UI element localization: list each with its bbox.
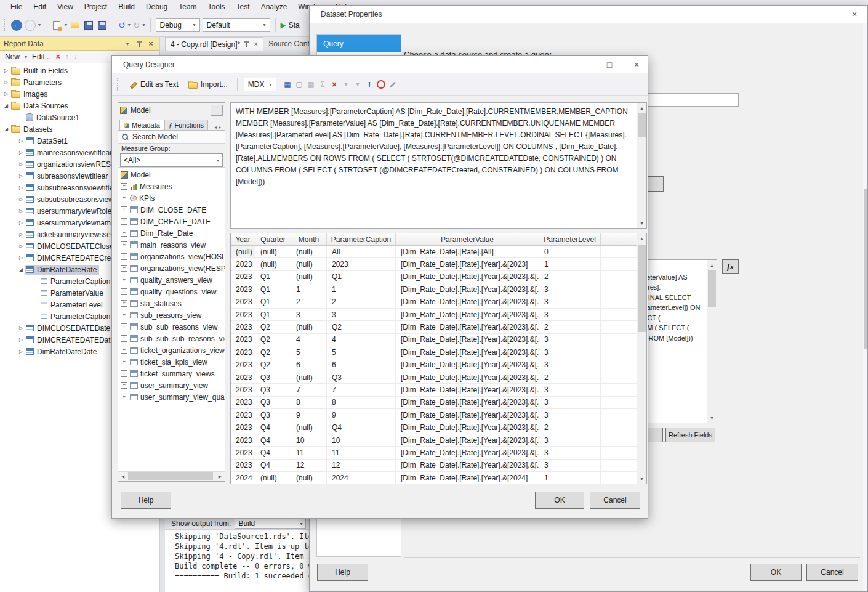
grid-cell[interactable]: 3 (539, 409, 601, 421)
grid-cell[interactable]: (null) (291, 246, 327, 257)
grid-cell[interactable]: 5 (291, 346, 327, 358)
cancel-button[interactable]: Cancel (806, 564, 858, 581)
table-row[interactable]: 2023Q122[Dim_Rate_Date].[Rate].[Year].&[… (231, 296, 646, 309)
grid-cell[interactable]: Q3 (327, 371, 396, 383)
metadata-tree-item[interactable]: +main_reasons_view (118, 239, 225, 251)
grid-cell[interactable]: 2023 (231, 346, 255, 358)
grid-cell[interactable]: 10 (291, 434, 327, 446)
scroll-thumb[interactable] (638, 113, 646, 137)
grid-cell[interactable]: 3 (539, 309, 601, 320)
grid-cell[interactable]: [Dim_Rate_Date].[Rate].[Year].&[2023].&[… (396, 321, 539, 333)
grid-cell[interactable]: [Dim_Rate_Date].[Rate].[Year].&[2023].&[… (396, 447, 539, 458)
toolbar-grip[interactable] (4, 19, 6, 31)
expand-icon[interactable]: + (121, 288, 127, 295)
expander-icon[interactable]: ▷ (17, 185, 25, 190)
grid-cell[interactable]: 2023 (327, 258, 396, 270)
ok-button[interactable]: OK (535, 492, 584, 509)
grid-cell[interactable]: 2024 (327, 472, 396, 484)
grid-cell[interactable]: 6 (327, 359, 396, 371)
expander-icon[interactable]: ▷ (17, 150, 25, 155)
table-row[interactable]: 2023Q1(null)Q1[Dim_Rate_Date].[Rate].[Ye… (231, 271, 646, 283)
scroll-thumb[interactable] (638, 245, 646, 332)
column-header[interactable]: Year (231, 233, 255, 245)
table-row[interactable]: 2023Q377[Dim_Rate_Date].[Rate].[Year].&[… (231, 384, 646, 396)
grid-cell[interactable]: 2 (291, 296, 327, 308)
grid-cell[interactable]: 2023 (231, 447, 255, 458)
grid-cell[interactable]: (null) (291, 271, 327, 283)
table-row[interactable]: 2023Q388[Dim_Rate_Date].[Rate].[Year].&[… (231, 397, 646, 409)
grid-cell[interactable]: 3 (291, 309, 327, 320)
chevron-down-icon[interactable]: ▾ (143, 22, 145, 28)
maximize-icon[interactable]: □ (600, 56, 619, 73)
metadata-tree-item[interactable]: +user_summary_view (118, 379, 225, 391)
grid-cell[interactable]: 3 (539, 283, 601, 295)
grid-cell[interactable]: 3 (539, 346, 601, 358)
column-header[interactable]: Month (291, 233, 327, 245)
expand-icon[interactable]: + (121, 241, 127, 248)
grid-cell[interactable]: [Dim_Rate_Date].[Rate].[Year].&[2023].&[… (396, 421, 539, 433)
expand-icon[interactable]: + (121, 323, 127, 330)
expander-icon[interactable]: ▷ (17, 232, 25, 237)
cancel-button[interactable]: Cancel (590, 492, 640, 509)
expander-icon[interactable]: ▷ (2, 79, 10, 85)
grid-cell[interactable]: 7 (291, 384, 327, 395)
menu-tools[interactable]: Tools (203, 1, 231, 13)
back-icon[interactable]: ← (11, 20, 22, 31)
table-row[interactable]: 2023Q3(null)Q3[Dim_Rate_Date].[Rate].[Ye… (231, 371, 646, 384)
grid-cell[interactable]: 12 (291, 460, 327, 471)
menu-edit[interactable]: Edit (28, 1, 52, 13)
query-language-dropdown[interactable]: MDX ▾ (244, 78, 276, 91)
start-label[interactable]: Sta (289, 21, 300, 30)
show-aggregations-icon[interactable] (318, 79, 328, 90)
grid-cell[interactable]: 9 (291, 409, 327, 421)
grid-cell[interactable]: 3 (539, 384, 601, 395)
grid-cell[interactable]: 0 (539, 246, 601, 257)
expander-icon[interactable]: ▷ (17, 138, 25, 144)
grid-cell[interactable]: 2023 (231, 296, 255, 308)
edit-button[interactable]: Edit... (32, 52, 51, 61)
scroll-thumb[interactable] (864, 189, 867, 349)
column-header[interactable]: Quarter (255, 233, 291, 245)
chevron-down-icon[interactable]: ▾ (65, 22, 67, 28)
expander-icon[interactable]: ▷ (17, 220, 25, 225)
table-row[interactable]: 2024(null)(null)2024[Dim_Rate_Date].[Rat… (231, 472, 646, 484)
grid-cell[interactable]: Q4 (255, 447, 291, 458)
scrollbar[interactable]: ▲ ▼ (637, 233, 646, 484)
expander-icon[interactable]: ▷ (17, 349, 25, 354)
close-icon[interactable]: × (146, 39, 156, 48)
dialog-title-bar[interactable]: Dataset Properties (310, 6, 867, 23)
grid-cell[interactable]: Q1 (327, 271, 396, 283)
expander-icon[interactable]: ▷ (17, 173, 25, 179)
expand-icon[interactable]: + (121, 370, 127, 377)
tab-metadata[interactable]: Metadata (119, 120, 164, 130)
grid-cell[interactable]: [Dim_Rate_Date].[Rate].[Year].&[2023].&[… (396, 460, 539, 471)
metadata-tree-item[interactable]: +ticket_summary_views (118, 368, 225, 379)
grid-cell[interactable]: [Dim_Rate_Date].[Rate].[Year].&[2023].&[… (396, 296, 539, 308)
menu-file[interactable]: File (5, 1, 28, 13)
grid-cell[interactable]: 2023 (231, 271, 255, 283)
table-row[interactable]: 2023Q244[Dim_Rate_Date].[Rate].[Year].&[… (231, 334, 646, 346)
metadata-tree-item[interactable]: +KPIs (118, 192, 225, 204)
metadata-tree-item[interactable]: +quality_answers_view (118, 274, 225, 286)
grid-cell[interactable]: 12 (327, 460, 396, 471)
grid-cell[interactable]: 2023 (231, 359, 255, 371)
close-icon[interactable]: × (627, 56, 646, 73)
grid-cell[interactable]: 5 (327, 346, 396, 358)
grid-cell[interactable]: 1 (539, 258, 601, 270)
edit-as-text-button[interactable]: Edit as Text (126, 78, 182, 91)
chevron-down-icon[interactable]: ▾ (128, 22, 131, 28)
grid-cell[interactable]: [Dim_Rate_Date].[Rate].[Year].&[2023].&[… (396, 397, 539, 408)
add-calculated-member-icon[interactable] (283, 79, 293, 90)
show-empty-cells-icon[interactable] (294, 79, 305, 90)
cancel-query-icon[interactable] (376, 79, 387, 90)
scroll-up-icon[interactable]: ▲ (637, 103, 646, 113)
grid-cell[interactable]: 2023 (231, 421, 255, 433)
import-query-button[interactable]: Import... (185, 78, 231, 91)
grid-cell[interactable]: 11 (327, 447, 396, 458)
grid-cell[interactable]: Q2 (255, 359, 291, 371)
metadata-tree-item[interactable]: +Dim_Rate_Date (118, 227, 225, 239)
expander-icon[interactable]: ▷ (17, 197, 25, 202)
report-data-header[interactable]: Report Data ▾ × (0, 37, 159, 51)
save-all-icon[interactable] (97, 20, 108, 31)
help-button[interactable]: Help (121, 492, 171, 509)
